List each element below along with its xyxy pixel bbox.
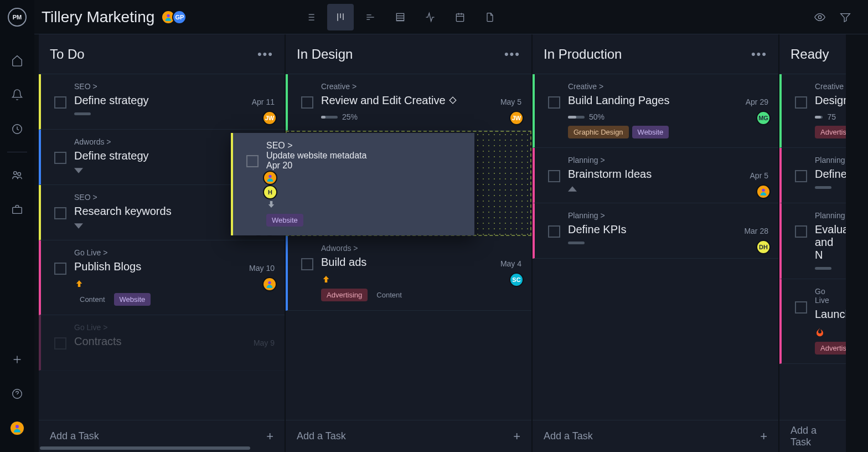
task-checkbox[interactable] (54, 263, 66, 275)
tag: Graphic Design (568, 126, 629, 138)
column-menu-icon[interactable]: ••• (257, 47, 273, 61)
task-checkbox[interactable] (795, 225, 807, 238)
task-checkbox[interactable] (54, 207, 66, 219)
task-checkbox[interactable] (54, 337, 66, 350)
task-category: SEO > (74, 82, 275, 91)
task-avatars: MG (760, 111, 771, 125)
svg-rect-3 (13, 207, 22, 213)
project-title: Tillery Marketing (42, 8, 154, 26)
task-checkbox[interactable] (548, 96, 560, 109)
plus-icon: + (513, 429, 520, 444)
task-category: Go Live > (74, 323, 275, 332)
task-card[interactable]: Go LiveLaunchAdvertis (779, 279, 846, 364)
board-column: To Do•••SEO >Define strategyApr 11JWAdwo… (39, 34, 285, 452)
task-card[interactable]: Planning >Brainstorm IdeasApr 5 (533, 148, 778, 203)
task-avatars: JW (266, 111, 277, 125)
column-header: In Production••• (533, 34, 778, 74)
add-icon[interactable] (6, 348, 29, 371)
task-card[interactable]: Go Live >Publish BlogsMay 10ContentWebsi… (39, 240, 285, 315)
svg-point-5 (16, 425, 19, 428)
gantt-view-icon[interactable] (357, 4, 384, 30)
chevron-down-icon[interactable] (74, 168, 83, 173)
column-cards: Creative >Review and Edit CreativeMay 5J… (286, 74, 531, 420)
task-card[interactable]: CreativeDesign75Advertis (779, 74, 846, 148)
clock-icon[interactable] (6, 117, 29, 141)
task-category: SEO > (266, 141, 464, 151)
task-category: Planning > (568, 211, 768, 220)
priority-up-icon (74, 279, 84, 289)
avatar: SC (509, 273, 524, 287)
app-logo[interactable]: PM (8, 8, 27, 27)
task-checkbox[interactable] (54, 96, 66, 109)
task-card[interactable]: Go Live >ContractsMay 9 (39, 315, 285, 371)
help-icon[interactable] (6, 382, 29, 405)
column-menu-icon[interactable]: ••• (751, 47, 767, 61)
task-checkbox[interactable] (795, 170, 807, 182)
avatar (756, 184, 771, 199)
task-title: Define (815, 168, 836, 181)
svg-point-10 (268, 281, 271, 284)
priority-down-icon (266, 199, 464, 209)
tag: Website (632, 126, 669, 138)
task-title: Define KPIs (568, 223, 768, 236)
task-category: Planning > (568, 156, 768, 165)
avatar: JW (262, 111, 277, 125)
task-checkbox[interactable] (246, 155, 259, 167)
add-task-label: Add a Task (297, 430, 346, 442)
task-category: Go Live (815, 287, 836, 305)
avatar: JW (509, 111, 524, 125)
avatar: GP (172, 10, 187, 24)
task-category: Go Live > (74, 248, 275, 257)
tag: Website (266, 214, 303, 227)
team-icon[interactable] (6, 163, 29, 187)
task-card[interactable]: Planning >Define KPIsMar 28DH (533, 203, 778, 259)
task-card[interactable]: Creative >Build Landing PagesApr 29MG50%… (533, 74, 778, 148)
add-task-button[interactable]: Add a Task+ (286, 420, 531, 452)
column-title: In Design (297, 47, 353, 62)
board-view-icon[interactable] (327, 4, 354, 30)
column-cards: SEO >Define strategyApr 11JWAdwords >Def… (39, 74, 285, 420)
priority-up-icon (321, 274, 331, 284)
column-title: Ready (790, 47, 829, 62)
briefcase-icon[interactable] (6, 198, 29, 221)
calendar-view-icon[interactable] (447, 4, 473, 30)
task-checkbox[interactable] (301, 96, 313, 109)
task-card[interactable]: PlanningDefine (779, 148, 846, 203)
task-checkbox[interactable] (795, 96, 807, 109)
task-checkbox[interactable] (54, 152, 66, 164)
task-checkbox[interactable] (548, 170, 560, 182)
chevron-up-icon[interactable] (568, 186, 577, 192)
avatar (262, 277, 277, 291)
svg-point-9 (818, 16, 822, 19)
svg-rect-7 (397, 13, 404, 20)
progress-percent: 25% (342, 112, 358, 121)
table-view-icon[interactable] (387, 4, 414, 30)
list-view-icon[interactable] (297, 4, 324, 30)
task-card[interactable]: Adwords >Build adsMay 4SCAdvertisingCont… (286, 236, 531, 311)
task-title: Publish Blogs (74, 260, 275, 273)
dragging-card[interactable]: SEO > Update website metadata Apr 20 H W… (231, 133, 474, 235)
task-checkbox[interactable] (548, 225, 560, 238)
task-checkbox[interactable] (301, 258, 313, 270)
bell-icon[interactable] (6, 83, 29, 106)
add-task-button[interactable]: Add a Task+ (533, 420, 778, 452)
task-card[interactable]: Creative >Review and Edit CreativeMay 5J… (286, 74, 531, 131)
column-cards: Creative >Build Landing PagesApr 29MG50%… (533, 74, 778, 420)
user-avatar-icon[interactable] (6, 417, 29, 440)
files-view-icon[interactable] (477, 4, 503, 30)
column-header: To Do••• (39, 34, 285, 74)
activity-view-icon[interactable] (417, 4, 443, 30)
avatar (263, 171, 277, 185)
task-checkbox[interactable] (795, 301, 807, 314)
task-card[interactable]: PlanningEvalua and N (779, 203, 846, 279)
add-task-button[interactable]: Add a Task (779, 420, 846, 452)
chevron-down-icon[interactable] (74, 223, 83, 229)
home-icon[interactable] (6, 49, 29, 72)
task-card[interactable]: SEO >Define strategyApr 11JW (39, 74, 285, 130)
visibility-icon[interactable] (814, 11, 826, 23)
filter-icon[interactable] (839, 11, 851, 23)
task-date: Apr 5 (750, 171, 768, 180)
column-menu-icon[interactable]: ••• (504, 47, 520, 61)
horizontal-scrollbar[interactable] (40, 446, 250, 450)
project-members[interactable]: GP (164, 10, 187, 24)
